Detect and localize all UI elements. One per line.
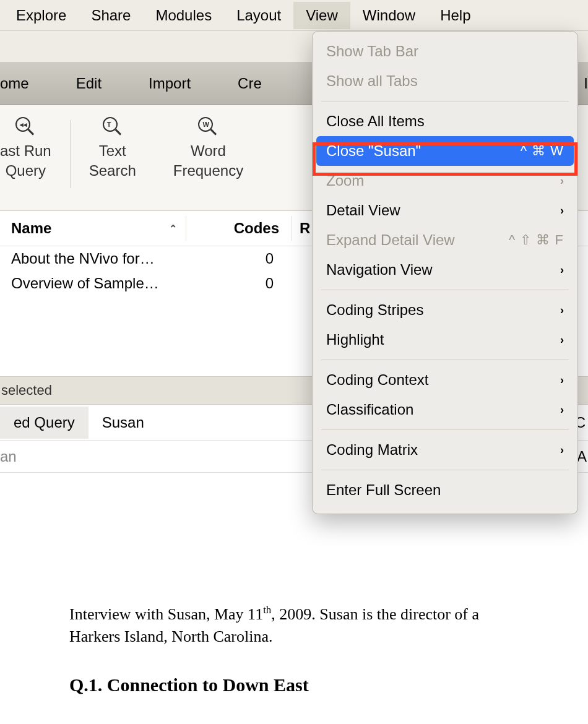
tool-label: Word <box>191 141 226 161</box>
ribbon-tab-import[interactable]: Import <box>125 75 214 92</box>
column-name-label: Name <box>11 220 51 237</box>
annotation-highlight-view <box>0 31 78 62</box>
chevron-right-icon: › <box>560 403 564 416</box>
menu-item-label: Coding Context <box>326 371 428 389</box>
menu-item-navigation-view[interactable]: Navigation View› <box>313 255 577 285</box>
menu-item-label: Detail View <box>326 202 400 219</box>
tool-label: Text <box>99 141 126 161</box>
menu-view[interactable]: View <box>293 2 350 29</box>
tool-label: Search <box>89 161 136 181</box>
menu-shortcut: ^ ⌘ W <box>521 143 564 159</box>
ribbon-tab-home[interactable]: ome <box>0 75 53 92</box>
chevron-right-icon: › <box>560 374 564 387</box>
item-codes: 0 <box>186 275 291 292</box>
view-dropdown-menu: Show Tab BarShow all TabsClose All Items… <box>312 31 578 514</box>
chevron-right-icon: › <box>560 334 564 347</box>
heading-q1: Q.1. Connection to Down East <box>69 672 588 697</box>
chevron-right-icon: › <box>560 304 564 317</box>
paragraph: Interview with Susan, May 11th, 2009. Su… <box>69 603 588 647</box>
doc-tab-susan[interactable]: Susan <box>89 407 158 439</box>
item-name: Overview of Sample… <box>0 275 186 292</box>
menu-help[interactable]: Help <box>428 2 483 29</box>
column-references[interactable]: R <box>292 220 310 237</box>
menu-item-label: Show Tab Bar <box>326 43 418 60</box>
menu-item-coding-context[interactable]: Coding Context› <box>313 365 577 395</box>
menu-separator <box>321 429 569 430</box>
menu-separator <box>321 470 569 470</box>
tool-text-search[interactable]: T Text Search <box>71 116 155 181</box>
menu-item-detail-view[interactable]: Detail View› <box>313 196 577 225</box>
chevron-right-icon: › <box>560 264 564 277</box>
menu-item-label: Expand Detail View <box>326 231 455 249</box>
column-codes[interactable]: Codes <box>186 220 292 237</box>
menu-separator <box>321 360 569 360</box>
menu-item-label: Show all Tabs <box>326 72 418 90</box>
tool-last-run-query[interactable]: ◂◂ ast Run Query <box>0 116 70 181</box>
chevron-right-icon: › <box>560 444 564 457</box>
doc-tab-saved-query[interactable]: ed Query <box>0 407 89 439</box>
menu-item-label: Navigation View <box>326 261 433 278</box>
sort-asc-icon: ⌃ <box>169 223 177 235</box>
menu-item-label: Classification <box>326 401 413 418</box>
menu-layout[interactable]: Layout <box>224 2 293 29</box>
menu-item-label: Zoom <box>326 172 364 189</box>
menu-item-classification[interactable]: Classification› <box>313 395 577 424</box>
menu-separator <box>321 101 569 101</box>
menu-item-label: Close All Items <box>326 113 425 130</box>
right-edge-2: A <box>577 448 588 465</box>
menu-window[interactable]: Window <box>350 2 428 29</box>
menu-item-label: Highlight <box>326 331 384 348</box>
item-codes: 0 <box>186 250 291 267</box>
menu-item-coding-stripes[interactable]: Coding Stripes› <box>313 295 577 325</box>
menu-item-highlight[interactable]: Highlight› <box>313 325 577 355</box>
menu-share[interactable]: Share <box>79 2 143 29</box>
menu-separator <box>321 290 569 290</box>
menu-item-show-all-tabs: Show all Tabs <box>313 66 577 96</box>
menu-item-enter-full-screen[interactable]: Enter Full Screen <box>313 475 577 505</box>
menu-item-close-all-items[interactable]: Close All Items <box>313 106 577 136</box>
tool-label: ast Run <box>0 141 51 161</box>
chevron-right-icon: › <box>560 204 564 217</box>
app-menubar: Explore Share Modules Layout View Window… <box>0 0 588 31</box>
tool-word-frequency[interactable]: W Word Frequency <box>155 116 262 181</box>
menu-item-expand-detail-view: Expand Detail View^ ⇧ ⌘ F <box>313 225 577 255</box>
menu-item-label: Enter Full Screen <box>326 481 441 499</box>
tool-label: Frequency <box>173 161 243 181</box>
chevron-right-icon: › <box>560 175 564 187</box>
column-name[interactable]: Name ⌃ <box>0 220 186 237</box>
ribbon-tab-create[interactable]: Cre <box>214 75 285 92</box>
menu-shortcut: ^ ⇧ ⌘ F <box>509 232 564 248</box>
menu-item-zoom: Zoom› <box>313 166 577 196</box>
menu-item-label: Close "Susan" <box>326 142 421 160</box>
menu-item-label: Coding Matrix <box>326 441 418 459</box>
menu-item-show-tab-bar: Show Tab Bar <box>313 37 577 66</box>
magnifier-t-icon: T <box>102 116 123 137</box>
magnifier-rewind-icon: ◂◂ <box>15 116 36 137</box>
ribbon-tab-edit[interactable]: Edit <box>53 75 125 92</box>
tool-label: Query <box>6 161 46 181</box>
magnifier-w-icon: W <box>197 116 218 137</box>
menu-explore[interactable]: Explore <box>4 2 79 29</box>
menu-item-close-susan[interactable]: Close "Susan"^ ⌘ W <box>316 136 574 166</box>
menu-item-coding-matrix[interactable]: Coding Matrix› <box>313 435 577 465</box>
document-name: an <box>0 448 17 465</box>
menu-item-label: Coding Stripes <box>326 301 423 319</box>
item-name: About the NVivo for… <box>0 250 186 267</box>
menu-modules[interactable]: Modules <box>143 2 224 29</box>
